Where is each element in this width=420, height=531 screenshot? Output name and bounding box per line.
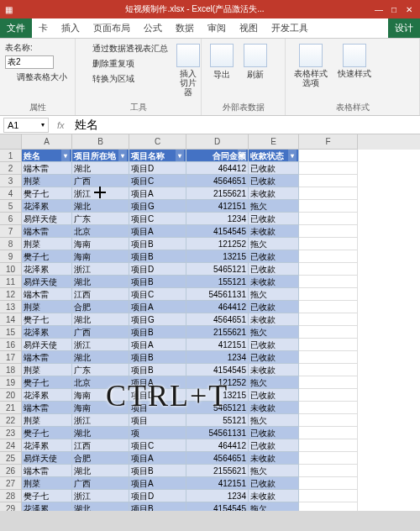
cell[interactable]: 端木雷 [22, 465, 72, 477]
cell[interactable]: 广东 [72, 364, 129, 376]
cell[interactable]: 项目G [129, 313, 186, 326]
cell[interactable]: 端木雷 [22, 162, 72, 175]
table-name-input[interactable] [5, 55, 54, 69]
row-number[interactable]: 29 [0, 502, 22, 511]
cell[interactable]: 121252 [186, 238, 249, 250]
cell[interactable]: 项目 [129, 402, 186, 414]
maximize-button[interactable]: □ [388, 5, 400, 14]
cell[interactable]: 樊子七 [22, 376, 72, 389]
cell[interactable]: 412151 [186, 339, 249, 351]
cell[interactable]: 浙江 [72, 414, 129, 427]
cell[interactable]: 湖北 [72, 162, 129, 175]
row-number[interactable]: 14 [0, 313, 22, 326]
cell[interactable]: 拖欠 [249, 288, 299, 301]
row-number[interactable]: 19 [0, 376, 22, 389]
row-number[interactable]: 24 [0, 439, 22, 452]
cell[interactable]: 广西 [72, 326, 129, 339]
cell[interactable]: 已收款 [249, 175, 299, 187]
cell[interactable]: 未收款 [249, 313, 299, 326]
cell[interactable]: 1234 [186, 213, 249, 225]
cell[interactable]: 已收款 [249, 213, 299, 225]
cell[interactable]: 已收款 [249, 301, 299, 313]
cell[interactable]: 浙江 [72, 490, 129, 502]
row-number[interactable]: 12 [0, 288, 22, 301]
row-number[interactable]: 8 [0, 238, 22, 250]
cell[interactable]: 江西 [72, 288, 129, 301]
cell[interactable]: 未收款 [249, 490, 299, 502]
cell[interactable]: 项目B [129, 276, 186, 288]
cell[interactable]: 易烊天使 [22, 339, 72, 351]
cell[interactable]: 项目D [129, 263, 186, 276]
row-number[interactable]: 18 [0, 364, 22, 376]
cell[interactable]: 江西 [72, 439, 129, 452]
cell[interactable]: 464412 [186, 301, 249, 313]
cell[interactable]: 荆菜 [22, 238, 72, 250]
cell[interactable]: 花泽累 [22, 263, 72, 276]
cell[interactable]: 拖欠 [249, 465, 299, 477]
table-header-cell[interactable]: 项目名称 [129, 150, 186, 162]
cell[interactable]: 2155621 [186, 465, 249, 477]
cell[interactable]: 项目D [129, 162, 186, 175]
cell[interactable]: 项目B [129, 238, 186, 250]
cell[interactable]: 未收款 [249, 402, 299, 414]
cell[interactable]: 浙江 [72, 339, 129, 351]
cell[interactable]: 项目A [129, 301, 186, 313]
col-header-f[interactable]: F [299, 134, 358, 150]
cell[interactable]: 项目C [129, 439, 186, 452]
cell[interactable]: 花泽累 [22, 439, 72, 452]
row-number[interactable]: 25 [0, 452, 22, 465]
cell[interactable]: 花泽累 [22, 200, 72, 213]
style-options-button[interactable]: 表格样式选项 [291, 42, 331, 89]
export-button[interactable]: 导出 [207, 42, 237, 82]
cell[interactable]: 项目A [129, 452, 186, 465]
cell[interactable]: 易烊天使 [22, 276, 72, 288]
table-header-cell[interactable]: 收款状态 [249, 150, 299, 162]
cell[interactable]: 已收款 [249, 351, 299, 364]
cell[interactable]: 樊子七 [22, 187, 72, 200]
cell[interactable]: 4154545 [186, 225, 249, 238]
cell[interactable]: 樊子七 [22, 250, 72, 263]
cell[interactable]: 5465121 [186, 263, 249, 276]
convert-range-button[interactable]: 转换为区域 [81, 72, 168, 86]
fx-icon[interactable]: fx [52, 120, 70, 130]
tab-design[interactable]: 设计 [388, 18, 420, 38]
name-box[interactable]: A1▾ [3, 118, 49, 133]
cell[interactable]: 464412 [186, 439, 249, 452]
cell[interactable]: 拖欠 [249, 414, 299, 427]
cell[interactable]: 项目B [129, 326, 186, 339]
cell[interactable]: 项目B [129, 465, 186, 477]
cell[interactable]: 湖北 [72, 276, 129, 288]
cell[interactable]: 端木雷 [22, 288, 72, 301]
cell[interactable]: 广西 [72, 175, 129, 187]
cell[interactable]: 湖北 [72, 427, 129, 439]
cell[interactable]: 项目B [129, 502, 186, 511]
cell[interactable]: 项目B [129, 351, 186, 364]
cell[interactable]: 花泽累 [22, 502, 72, 511]
cell[interactable]: 端木雷 [22, 351, 72, 364]
cell[interactable]: 已收款 [249, 427, 299, 439]
tab-insert[interactable]: 插入 [55, 18, 87, 38]
cell[interactable]: 项目B [129, 250, 186, 263]
table-header-cell[interactable]: 合同金额 [186, 150, 249, 162]
cell[interactable]: 合肥 [72, 301, 129, 313]
cell[interactable]: 5465121 [186, 402, 249, 414]
cell[interactable]: 2155621 [186, 326, 249, 339]
cell[interactable]: 项目D [129, 389, 186, 402]
cell[interactable]: 樊子七 [22, 490, 72, 502]
cell[interactable]: 海南 [72, 238, 129, 250]
cell[interactable]: 荆菜 [22, 175, 72, 187]
cell[interactable]: 项目A [129, 339, 186, 351]
row-number[interactable]: 5 [0, 200, 22, 213]
tab-review[interactable]: 审阅 [201, 18, 233, 38]
cell[interactable]: 2155621 [186, 187, 249, 200]
row-number[interactable]: 16 [0, 339, 22, 351]
row-number[interactable]: 17 [0, 351, 22, 364]
quick-style-button[interactable]: 快速样式 [334, 42, 375, 89]
row-number[interactable]: 15 [0, 326, 22, 339]
row-number[interactable]: 6 [0, 213, 22, 225]
resize-table-button[interactable]: 调整表格大小 [5, 71, 70, 84]
cell[interactable]: 项目A [129, 187, 186, 200]
row-number[interactable]: 20 [0, 389, 22, 402]
cell[interactable]: 湖北 [72, 313, 129, 326]
cell[interactable]: 端木雷 [22, 225, 72, 238]
